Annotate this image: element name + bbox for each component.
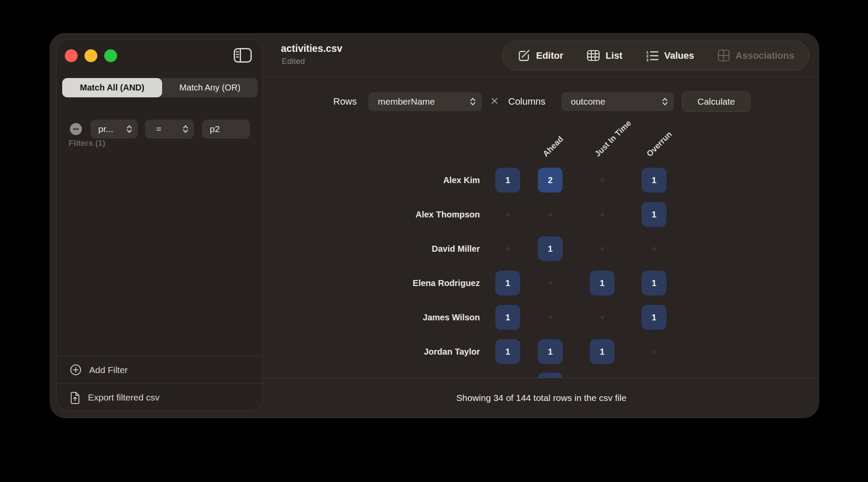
- tab-editor[interactable]: Editor: [517, 49, 564, 62]
- row-label: David Miller: [282, 232, 480, 266]
- rows-label: Rows: [333, 92, 357, 111]
- zero-dot: [506, 213, 510, 217]
- rows-field-dropdown[interactable]: memberName: [368, 92, 482, 111]
- calculate-button[interactable]: Calculate: [682, 91, 750, 112]
- matrix-cell: 1: [495, 168, 520, 193]
- grid-icon: [717, 49, 730, 62]
- row-label: Jordan Taylor: [282, 334, 480, 369]
- chevron-up-down-icon: [182, 124, 189, 134]
- columns-field-value: outcome: [571, 96, 606, 107]
- zero-dot: [549, 281, 552, 285]
- table-icon: [587, 50, 600, 61]
- filters-header: Filters (1): [69, 139, 105, 148]
- filter-operator-dropdown[interactable]: =: [145, 120, 194, 139]
- row-label: Alex Thompson: [282, 197, 480, 232]
- minimize-window-button[interactable]: [84, 49, 97, 62]
- tab-list-label: List: [606, 50, 622, 61]
- tab-associations-label: Associations: [735, 50, 794, 61]
- row-label: Elena Rodriguez: [282, 266, 480, 300]
- document-title: activities.csv: [281, 43, 342, 54]
- matrix-cell: 1: [495, 271, 520, 295]
- view-switcher: Editor List 1 2 3: [502, 41, 809, 70]
- sidebar-toggle-button[interactable]: [231, 46, 254, 66]
- remove-filter-button[interactable]: [70, 123, 82, 135]
- zero-dot: [652, 350, 656, 354]
- pivot-matrix: AheadJust In TimeOverrunAlex Kim121Alex …: [282, 163, 685, 369]
- close-window-button[interactable]: [65, 49, 78, 62]
- tab-match-any[interactable]: Match Any (OR): [162, 78, 258, 97]
- svg-text:3: 3: [646, 58, 648, 62]
- matrix-cell: 1: [538, 339, 563, 364]
- zero-dot: [652, 247, 656, 251]
- columns-label: Columns: [508, 92, 546, 111]
- matrix-cell: 1: [642, 271, 666, 295]
- sidebar: Match All (AND) Match Any (OR) Filters (…: [56, 39, 263, 411]
- chevron-up-down-icon: [662, 96, 668, 107]
- row-label: James Wilson: [282, 300, 480, 334]
- tab-match-all[interactable]: Match All (AND): [62, 78, 162, 97]
- column-header: Overrun: [645, 130, 674, 159]
- matrix-cell: 1: [590, 271, 615, 295]
- export-filtered-csv-button[interactable]: Export filtered csv: [57, 384, 262, 411]
- row-label: Alex Kim: [282, 163, 480, 197]
- plus-circle-icon: [70, 364, 81, 376]
- tab-associations: Associations: [717, 49, 794, 62]
- zero-dot: [600, 247, 604, 251]
- zoom-window-button[interactable]: [104, 49, 117, 62]
- zero-dot: [600, 213, 604, 217]
- divider: [263, 77, 820, 77]
- chevron-up-down-icon: [126, 124, 133, 134]
- filter-value-input[interactable]: [202, 120, 250, 139]
- document-status: Edited: [282, 57, 305, 66]
- matrix-cell: 1: [495, 339, 520, 364]
- column-header: Ahead: [541, 134, 565, 159]
- app-window: Match All (AND) Match Any (OR) Filters (…: [50, 33, 819, 418]
- filter-field-dropdown[interactable]: pr...: [90, 120, 138, 139]
- tab-values-label: Values: [664, 50, 694, 61]
- add-filter-label: Add Filter: [89, 365, 128, 375]
- match-mode-tabs: Match All (AND) Match Any (OR): [62, 78, 258, 97]
- divider: [263, 378, 820, 378]
- chevron-up-down-icon: [470, 96, 476, 107]
- add-filter-button[interactable]: Add Filter: [57, 356, 262, 383]
- filter-field-value: pr...: [98, 124, 113, 134]
- tab-values[interactable]: 1 2 3 Values: [646, 50, 694, 61]
- tab-editor-label: Editor: [536, 50, 564, 61]
- cross-separator: ✕: [488, 92, 500, 111]
- filter-operator-value: =: [156, 124, 161, 134]
- export-document-icon: [70, 392, 80, 404]
- tab-list[interactable]: List: [587, 50, 622, 61]
- zero-dot: [600, 316, 604, 319]
- column-header: Just In Time: [593, 118, 633, 159]
- zero-dot: [506, 247, 510, 251]
- zero-dot: [600, 178, 604, 182]
- rows-field-value: memberName: [378, 96, 435, 107]
- zero-dot: [549, 213, 552, 217]
- matrix-cell: 1: [642, 305, 666, 330]
- matrix-cell: 1: [538, 236, 563, 261]
- matrix-cell: 1: [590, 339, 615, 364]
- minus-circle-icon: [70, 130, 82, 136]
- sidebar-toggle-icon: [233, 48, 252, 64]
- zero-dot: [549, 316, 552, 319]
- matrix-cell: 1: [642, 168, 666, 193]
- matrix-cell: 1: [642, 202, 666, 227]
- matrix-cell: 2: [538, 168, 563, 193]
- matrix-cell: 1: [495, 305, 520, 330]
- export-filtered-csv-label: Export filtered csv: [88, 392, 160, 403]
- columns-field-dropdown[interactable]: outcome: [561, 92, 674, 111]
- status-bar-text: Showing 34 of 144 total rows in the csv …: [263, 393, 820, 403]
- compose-icon: [517, 49, 530, 62]
- numbered-list-icon: 1 2 3: [646, 50, 659, 61]
